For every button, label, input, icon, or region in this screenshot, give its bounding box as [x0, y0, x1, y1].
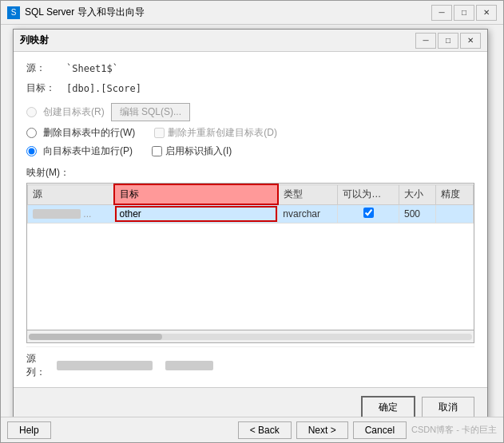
- scroll-thumb[interactable]: [29, 334, 162, 340]
- create-table-radio[interactable]: [26, 107, 37, 117]
- inner-titlebar: 列映射 ─ □ ✕: [14, 30, 487, 52]
- delete-recreate-checkbox[interactable]: [154, 128, 165, 138]
- outer-footer-right: < Back Next > Cancel CSDN博客 - 卡的巨主: [238, 421, 497, 439]
- append-rows-radio[interactable]: [26, 146, 37, 156]
- inner-window-controls: ─ □ ✕: [415, 33, 481, 49]
- identity-insert-checkbox[interactable]: [152, 146, 162, 156]
- source-row: 源： `Sheet1$`: [26, 61, 474, 75]
- cell-type: nvarchar: [278, 204, 338, 223]
- source-col-value-blurred2: [165, 361, 213, 370]
- table-row[interactable]: ... nvarchar 500: [28, 204, 474, 223]
- mapping-section-label: 映射(M)：: [26, 166, 474, 180]
- cell-nullable: [338, 204, 399, 223]
- identity-insert-option: 启用标识插入(I): [152, 144, 232, 158]
- append-rows-label: 向目标表中追加行(P): [43, 144, 133, 158]
- col-source: 源: [28, 184, 115, 204]
- outer-window-controls: ─ □ ✕: [431, 5, 497, 21]
- options-section: 创建目标表(R) 编辑 SQL(S)... 删除目标表中的行(W) 删除并重新创…: [26, 103, 474, 158]
- source-ellipsis: ...: [83, 208, 91, 220]
- help-button[interactable]: Help: [7, 421, 51, 439]
- col-nullable: 可以为…: [338, 184, 399, 204]
- back-button[interactable]: < Back: [238, 421, 292, 439]
- next-button[interactable]: Next >: [296, 421, 348, 439]
- watermark: CSDN博客 - 卡的巨主: [411, 424, 497, 436]
- col-type: 类型: [278, 184, 338, 204]
- inner-maximize-button[interactable]: □: [438, 33, 458, 49]
- table-header: 源 目标 类型 可以为… 大小 精度: [28, 184, 474, 204]
- dest-value: [dbo].[Score]: [66, 83, 141, 94]
- create-table-label: 创建目标表(R): [43, 105, 105, 119]
- dest-row: 目标： [dbo].[Score]: [26, 81, 474, 95]
- inner-minimize-button[interactable]: ─: [415, 33, 436, 49]
- delete-rows-radio[interactable]: [26, 128, 37, 138]
- col-size: 大小: [399, 184, 435, 204]
- radio-delete-row: 删除目标表中的行(W) 删除并重新创建目标表(D): [26, 126, 474, 140]
- source-label: 源：: [26, 61, 66, 75]
- source-column-row: 源列：: [26, 346, 474, 384]
- inner-close-button[interactable]: ✕: [460, 33, 481, 49]
- outer-maximize-button[interactable]: □: [454, 5, 474, 21]
- dest-label: 目标：: [26, 81, 66, 95]
- column-mapping-dialog: 列映射 ─ □ ✕ 源： `Sheet1$` 目标： [dbo].[Score]: [13, 29, 488, 428]
- horizontal-scrollbar[interactable]: [26, 330, 474, 343]
- delete-rows-label: 删除目标表中的行(W): [43, 126, 135, 140]
- radio-create-row: 创建目标表(R) 编辑 SQL(S)...: [26, 103, 474, 121]
- source-value: `Sheet1$`: [66, 63, 118, 74]
- outer-close-button[interactable]: ✕: [476, 5, 497, 21]
- app-icon: S: [7, 6, 20, 19]
- outer-cancel-button[interactable]: Cancel: [353, 421, 407, 439]
- source-blurred: [33, 209, 81, 219]
- outer-title: SQL Server 导入和导出向导: [25, 6, 427, 19]
- ok-button[interactable]: 确定: [361, 396, 415, 419]
- scroll-track: [29, 334, 472, 340]
- table-header-row: 源 目标 类型 可以为… 大小 精度: [28, 184, 474, 204]
- nullable-checkbox[interactable]: [363, 208, 374, 218]
- outer-window: S SQL Server 导入和导出向导 ─ □ ✕ 列映射 ─ □ ✕ 源： …: [0, 0, 504, 443]
- dialog-content: 源： `Sheet1$` 目标： [dbo].[Score] 创建目标表(R) …: [14, 52, 487, 387]
- source-col-label: 源列：: [26, 352, 50, 379]
- target-input[interactable]: [115, 206, 278, 222]
- edit-sql-button[interactable]: 编辑 SQL(S)...: [111, 103, 190, 121]
- mapping-table: 源 目标 类型 可以为… 大小 精度 ...: [27, 184, 474, 223]
- identity-insert-label: 启用标识插入(I): [165, 144, 232, 158]
- nullable-cell: [343, 208, 394, 220]
- delete-recreate-option: 删除并重新创建目标表(D): [154, 126, 277, 140]
- radio-append-row: 向目标表中追加行(P) 启用标识插入(I): [26, 144, 474, 158]
- col-target: 目标: [114, 184, 278, 204]
- table-body: ... nvarchar 500: [28, 204, 474, 223]
- cell-target[interactable]: [114, 204, 278, 223]
- cancel-button[interactable]: 取消: [422, 397, 474, 418]
- mapping-table-container[interactable]: 源 目标 类型 可以为… 大小 精度 ...: [26, 183, 474, 330]
- outer-minimize-button[interactable]: ─: [431, 5, 452, 21]
- delete-recreate-label: 删除并重新创建目标表(D): [168, 126, 277, 140]
- cell-size: 500: [399, 204, 435, 223]
- outer-footer: Help < Back Next > Cancel CSDN博客 - 卡的巨主: [1, 417, 503, 442]
- source-col-value-blurred: [57, 361, 153, 370]
- cell-precision: [436, 204, 474, 223]
- inner-title: 列映射: [20, 34, 415, 47]
- col-precision: 精度: [436, 184, 474, 204]
- outer-titlebar: S SQL Server 导入和导出向导 ─ □ ✕: [1, 1, 503, 25]
- cell-source: ...: [28, 204, 115, 223]
